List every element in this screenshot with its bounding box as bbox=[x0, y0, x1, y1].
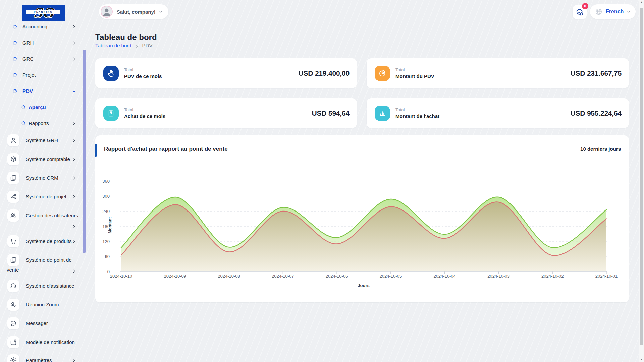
dashboard-page: { "app": { "logo_monogram": "SG", "logo_… bbox=[0, 0, 644, 362]
loader-icon bbox=[12, 89, 17, 94]
sidebar-item-param-tres[interactable]: Paramètres bbox=[0, 351, 83, 362]
sidebar-item-grc[interactable]: GRC bbox=[0, 51, 83, 67]
chevron-right-icon bbox=[135, 44, 139, 48]
stat-card-label: Total bbox=[395, 67, 571, 72]
svg-text:2024-10-01: 2024-10-01 bbox=[595, 274, 618, 279]
stat-card-name: Montant du PDV bbox=[395, 73, 571, 79]
windows-icon bbox=[7, 254, 19, 266]
stat-card-value: USD 955.224,64 bbox=[571, 109, 622, 117]
svg-text:2024-10-05: 2024-10-05 bbox=[380, 274, 402, 279]
svg-text:2024-10-06: 2024-10-06 bbox=[326, 274, 348, 279]
sidebar-item-pdv[interactable]: PDV bbox=[0, 83, 83, 99]
stat-card-label: Total bbox=[124, 107, 312, 112]
svg-text:120: 120 bbox=[102, 239, 110, 244]
chevron-right-icon bbox=[72, 57, 76, 61]
breadcrumb: Tableau de bord PDV bbox=[95, 43, 152, 48]
scroll-down-arrow[interactable]: ▼ bbox=[639, 357, 644, 362]
chevron-right-icon bbox=[72, 138, 76, 143]
breadcrumb-current: PDV bbox=[142, 43, 153, 48]
chevron-right-icon bbox=[72, 224, 76, 229]
chevron-right-icon bbox=[72, 41, 76, 45]
stat-card: TotalMontant de l'achatUSD 955.224,64 bbox=[367, 98, 629, 128]
sidebar-item-accounting[interactable]: Accounting bbox=[0, 19, 83, 35]
globe-icon bbox=[595, 8, 603, 16]
sidebar-item-projet[interactable]: Projet bbox=[0, 67, 83, 83]
cube-icon bbox=[7, 153, 19, 165]
sidebar-item-label: Projet bbox=[22, 67, 83, 80]
purchase-report-panel: 0601201802403003602024-10-102024-10-0920… bbox=[95, 135, 629, 302]
sidebar-item-syst-me-de-point-de-vente[interactable]: Système de point de vente bbox=[0, 251, 83, 279]
chevron-right-icon bbox=[72, 157, 76, 162]
sidebar-item-r-union-zoom[interactable]: Réunion Zoom bbox=[0, 295, 83, 314]
pie-chart-icon bbox=[375, 66, 390, 81]
stat-card-value: USD 219.400,00 bbox=[299, 69, 350, 77]
headset-icon bbox=[7, 280, 19, 292]
chevron-right-icon bbox=[72, 239, 76, 244]
stat-card-label: Total bbox=[124, 67, 299, 72]
stat-card-name: PDV de ce mois bbox=[124, 73, 299, 79]
logo-banner: PLANNING bbox=[26, 10, 60, 14]
notification-icon bbox=[7, 336, 19, 348]
chevron-right-icon bbox=[72, 194, 76, 199]
svg-text:2024-10-07: 2024-10-07 bbox=[272, 274, 294, 279]
language-selector[interactable]: French bbox=[590, 4, 636, 19]
share-icon bbox=[7, 191, 19, 203]
svg-text:2024-10-02: 2024-10-02 bbox=[541, 274, 564, 279]
sidebar-item-rapports[interactable]: Rapports bbox=[0, 115, 83, 131]
greeting-text: Salut, company! bbox=[117, 9, 156, 15]
sidebar-item-mod-le-de-notification[interactable]: Modèle de notification bbox=[0, 333, 83, 352]
sidebar-item-gestion-des-utilisateurs[interactable]: Gestion des utilisateurs bbox=[0, 206, 83, 234]
loader-icon bbox=[12, 41, 17, 45]
stat-card: TotalPDV de ce moisUSD 219.400,00 bbox=[95, 58, 357, 88]
receipt-icon bbox=[103, 106, 119, 121]
sidebar-item-syst-me-de-produits[interactable]: Système de produits bbox=[0, 232, 83, 251]
stat-card-name: Montant de l'achat bbox=[395, 113, 571, 119]
page-scrollbar[interactable]: ▲ ▼ bbox=[639, 0, 644, 362]
sidebar-item-label: Aperçu bbox=[29, 99, 83, 112]
loader-icon bbox=[12, 57, 17, 61]
sidebar-item-syst-me-d-assistance[interactable]: Système d'assistance bbox=[0, 277, 83, 295]
stat-card: TotalAchat de ce moisUSD 594,64 bbox=[95, 98, 357, 128]
sidebar-item-syst-me-comptable[interactable]: Système comptable bbox=[0, 150, 83, 169]
chevron-right-icon bbox=[72, 24, 76, 29]
svg-text:2024-10-08: 2024-10-08 bbox=[218, 274, 240, 279]
chevron-down-icon bbox=[158, 9, 163, 14]
sidebar-scrollbar[interactable] bbox=[83, 50, 86, 253]
chevron-right-icon bbox=[72, 358, 76, 362]
loader-icon bbox=[12, 73, 17, 77]
sidebar-item-syst-me-crm[interactable]: Système CRM bbox=[0, 169, 83, 187]
chevron-right-icon bbox=[72, 176, 76, 180]
sidebar-item-syst-me-de-projet[interactable]: Système de projet bbox=[0, 187, 83, 206]
stat-card-label: Total bbox=[395, 107, 571, 112]
chat-icon bbox=[7, 317, 19, 329]
tap-icon bbox=[103, 66, 119, 81]
sidebar-item-grh[interactable]: GRH bbox=[0, 35, 83, 51]
chevron-down-icon bbox=[626, 9, 631, 14]
sidebar-item-aper-u[interactable]: Aperçu bbox=[0, 99, 83, 115]
user-check-icon bbox=[7, 299, 19, 311]
page-scrollbar-thumb[interactable] bbox=[640, 8, 643, 345]
user-menu[interactable]: Salut, company! bbox=[99, 4, 168, 19]
svg-text:2024-10-04: 2024-10-04 bbox=[433, 274, 456, 279]
svg-text:2024-10-03: 2024-10-03 bbox=[487, 274, 510, 279]
user-icon bbox=[7, 134, 19, 146]
chat-button[interactable]: 0 bbox=[573, 5, 587, 19]
chart-title: Rapport d'achat par rapport au point de … bbox=[104, 146, 228, 153]
svg-text:Jours: Jours bbox=[358, 283, 369, 288]
scroll-up-arrow[interactable]: ▲ bbox=[639, 0, 644, 5]
breadcrumb-home-link[interactable]: Tableau de bord bbox=[95, 43, 131, 48]
loader-icon bbox=[21, 121, 26, 126]
stat-card-name: Achat de ce mois bbox=[124, 113, 312, 119]
chevron-down-icon bbox=[72, 89, 76, 94]
language-label: French bbox=[606, 9, 624, 15]
stat-card-value: USD 594,64 bbox=[312, 109, 350, 117]
chevron-right-icon bbox=[72, 121, 76, 126]
loader-icon bbox=[12, 24, 17, 29]
sidebar-item-syst-me-grh[interactable]: Système GRH bbox=[0, 131, 83, 150]
avatar bbox=[101, 6, 113, 18]
sidebar-item-messager[interactable]: Messager bbox=[0, 314, 83, 333]
loader-icon bbox=[21, 105, 26, 110]
svg-text:2024-10-10: 2024-10-10 bbox=[110, 274, 132, 279]
chevron-right-icon bbox=[72, 269, 76, 274]
svg-text:60: 60 bbox=[105, 254, 110, 259]
